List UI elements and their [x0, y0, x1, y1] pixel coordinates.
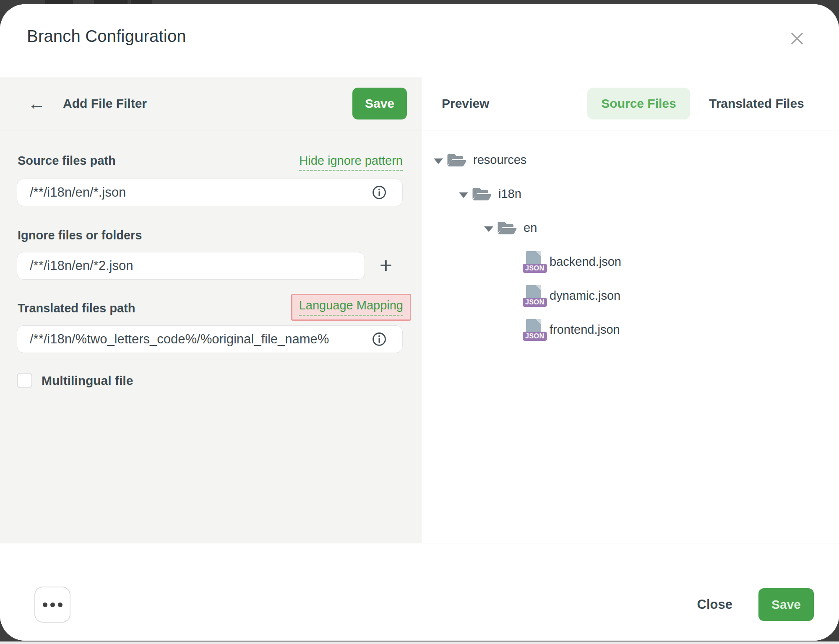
language-mapping-highlight: Language Mapping	[291, 294, 411, 321]
background-page-fragment	[131, 0, 152, 4]
json-file-icon: JSON	[523, 285, 543, 307]
file-tree: resources i18n en	[432, 143, 831, 347]
folder-name: en	[524, 221, 537, 235]
tree-row-folder[interactable]: i18n	[432, 177, 831, 211]
background-page-fragment	[45, 0, 73, 4]
json-badge: JSON	[523, 264, 547, 273]
ellipsis-icon	[58, 602, 63, 607]
source-files-path-input[interactable]	[17, 179, 403, 206]
modal-footer: Close Save	[0, 543, 839, 641]
modal-body: Source files path Hide ignore pattern Ig…	[0, 130, 839, 543]
translated-files-path-input[interactable]	[17, 325, 403, 353]
ellipsis-icon	[43, 602, 47, 607]
hide-ignore-pattern-link[interactable]: Hide ignore pattern	[299, 154, 403, 171]
folder-name: i18n	[498, 187, 521, 201]
branch-configuration-modal: Branch Configuration ← Add File Filter S…	[0, 4, 839, 641]
chevron-down-icon[interactable]	[459, 192, 468, 198]
preview-title: Preview	[442, 96, 489, 111]
source-files-path-label: Source files path	[18, 154, 116, 168]
filter-toolbar: ← Add File Filter Save	[0, 77, 422, 130]
info-icon[interactable]	[372, 185, 387, 200]
folder-open-icon	[472, 186, 492, 203]
file-filter-form: Source files path Hide ignore pattern Ig…	[0, 130, 422, 543]
toolbar-row: ← Add File Filter Save Preview Source Fi…	[0, 77, 839, 130]
chevron-down-icon[interactable]	[484, 226, 493, 232]
modal-header: Branch Configuration	[0, 4, 839, 77]
tree-row-folder[interactable]: resources	[432, 143, 831, 177]
preview-toolbar: Preview Source Files Translated Files	[422, 77, 839, 130]
more-options-button[interactable]	[34, 587, 70, 623]
tab-source-files[interactable]: Source Files	[587, 88, 690, 119]
file-name: frontend.json	[550, 323, 620, 337]
ignore-pattern-input[interactable]	[17, 252, 365, 280]
ignore-files-label: Ignore files or folders	[18, 229, 142, 242]
page-title: Branch Configuration	[27, 27, 186, 46]
tab-translated-files[interactable]: Translated Files	[709, 96, 804, 111]
json-badge: JSON	[523, 332, 547, 341]
json-file-icon: JSON	[523, 251, 543, 273]
chevron-down-icon[interactable]	[434, 158, 443, 164]
folder-name: resources	[473, 153, 526, 167]
file-preview-panel: resources i18n en	[422, 130, 839, 543]
save-button[interactable]: Save	[758, 588, 814, 621]
info-icon[interactable]	[372, 332, 387, 347]
json-badge: JSON	[523, 298, 547, 307]
close-button[interactable]: Close	[695, 589, 735, 620]
close-icon[interactable]	[789, 30, 805, 47]
background-page-fragment	[0, 641, 839, 644]
multilingual-label: Multilingual file	[42, 374, 133, 388]
save-filter-button[interactable]: Save	[352, 88, 407, 119]
ellipsis-icon	[50, 602, 55, 607]
background-page-fragment	[94, 0, 128, 4]
tree-row-file[interactable]: JSON dynamic.json	[432, 279, 831, 313]
add-ignore-pattern-button[interactable]: +	[373, 253, 399, 278]
tree-row-file[interactable]: JSON frontend.json	[432, 313, 831, 347]
folder-open-icon	[447, 152, 466, 169]
multilingual-file-option[interactable]: Multilingual file	[17, 373, 133, 388]
tree-row-file[interactable]: JSON backend.json	[432, 245, 831, 279]
back-arrow-icon[interactable]: ←	[28, 95, 45, 112]
translated-files-path-label: Translated files path	[18, 301, 135, 315]
file-name: dynamic.json	[550, 289, 620, 303]
tree-row-folder[interactable]: en	[432, 211, 831, 245]
folder-open-icon	[498, 220, 517, 236]
add-file-filter-title: Add File Filter	[63, 96, 147, 111]
file-name: backend.json	[550, 255, 621, 269]
language-mapping-link[interactable]: Language Mapping	[299, 299, 403, 316]
multilingual-checkbox[interactable]	[17, 373, 32, 388]
json-file-icon: JSON	[523, 319, 543, 341]
